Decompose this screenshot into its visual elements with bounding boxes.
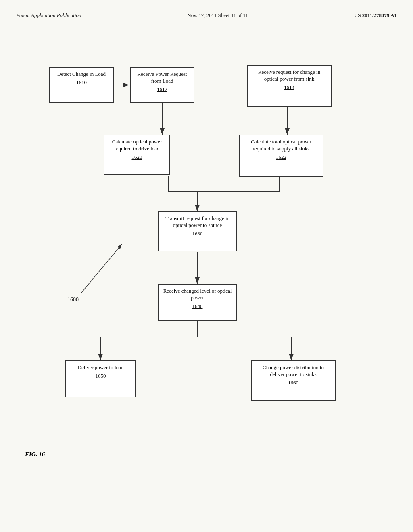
svg-line-6 (81, 244, 122, 293)
page-header: Patent Application Publication Nov. 17, … (16, 12, 397, 19)
box-1610: Detect Change in Load 1610 (49, 67, 114, 103)
box-1612: Receive Power Request from Load 1612 (130, 67, 194, 103)
diagram-label-1600: 1600 (67, 297, 79, 303)
header-patent-number: US 2011/278479 A1 (354, 12, 397, 19)
box-1620: Calculate optical power required to driv… (104, 135, 170, 175)
box-1660: Change power distribution to deliver pow… (251, 360, 336, 401)
box-1650: Deliver power to load 1650 (65, 360, 136, 397)
box-1622: Calculate total optical power required t… (239, 135, 323, 177)
box-1614: Receive request for change in optical po… (247, 65, 332, 107)
header-publication: Patent Application Publication (16, 12, 81, 19)
box-1640: Receive changed level of optical power 1… (158, 284, 237, 321)
box-1630: Transmit request for change in optical p… (158, 211, 237, 251)
flow-diagram: Detect Change in Load 1610 Receive Power… (25, 43, 388, 426)
page: Patent Application Publication Nov. 17, … (0, 0, 413, 532)
header-date-sheet: Nov. 17, 2011 Sheet 11 of 11 (187, 12, 248, 19)
figure-label: FIG. 16 (25, 451, 45, 458)
